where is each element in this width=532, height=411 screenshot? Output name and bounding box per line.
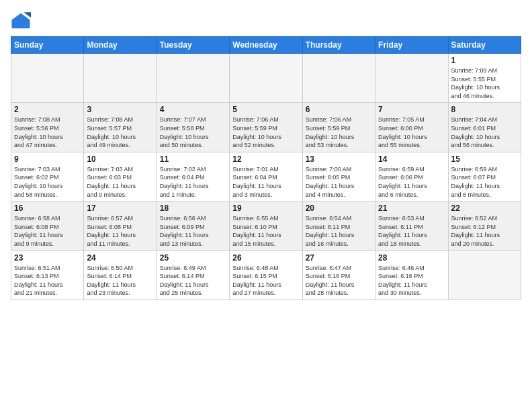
day-info: Sunrise: 7:06 AM Sunset: 5:59 PM Dayligh… bbox=[232, 116, 299, 149]
calendar-day-cell: 11Sunrise: 7:02 AM Sunset: 6:04 PM Dayli… bbox=[157, 152, 229, 201]
day-info: Sunrise: 6:53 AM Sunset: 6:11 PM Dayligh… bbox=[378, 214, 445, 248]
calendar-day-cell: 7Sunrise: 7:05 AM Sunset: 6:00 PM Daylig… bbox=[375, 103, 448, 152]
calendar-week-row: 16Sunrise: 6:58 AM Sunset: 6:08 PM Dayli… bbox=[11, 201, 521, 250]
day-number: 15 bbox=[451, 154, 518, 164]
day-info: Sunrise: 6:59 AM Sunset: 6:06 PM Dayligh… bbox=[378, 165, 445, 199]
calendar-day-cell: 16Sunrise: 6:58 AM Sunset: 6:08 PM Dayli… bbox=[11, 201, 84, 250]
weekday-header-monday: Monday bbox=[84, 37, 157, 54]
calendar-day-cell: 5Sunrise: 7:06 AM Sunset: 5:59 PM Daylig… bbox=[230, 103, 302, 152]
page: SundayMondayTuesdayWednesdayThursdayFrid… bbox=[0, 0, 532, 411]
calendar-day-cell bbox=[157, 54, 229, 103]
weekday-header-friday: Friday bbox=[375, 37, 448, 54]
day-info: Sunrise: 6:49 AM Sunset: 6:14 PM Dayligh… bbox=[160, 264, 226, 298]
day-number: 22 bbox=[451, 203, 518, 213]
calendar-week-row: 9Sunrise: 7:03 AM Sunset: 6:02 PM Daylig… bbox=[11, 152, 521, 201]
day-info: Sunrise: 6:57 AM Sunset: 6:08 PM Dayligh… bbox=[87, 214, 153, 248]
day-info: Sunrise: 6:54 AM Sunset: 6:11 PM Dayligh… bbox=[306, 214, 372, 248]
calendar-day-cell: 10Sunrise: 7:03 AM Sunset: 6:03 PM Dayli… bbox=[84, 152, 157, 201]
weekday-header-sunday: Sunday bbox=[11, 37, 84, 54]
day-info: Sunrise: 6:50 AM Sunset: 6:14 PM Dayligh… bbox=[87, 264, 153, 298]
logo bbox=[11, 11, 34, 31]
day-number: 7 bbox=[378, 105, 445, 114]
calendar-day-cell bbox=[11, 54, 84, 103]
day-number: 1 bbox=[451, 56, 518, 65]
calendar-day-cell bbox=[448, 250, 521, 300]
day-info: Sunrise: 7:00 AM Sunset: 6:05 PM Dayligh… bbox=[306, 165, 372, 199]
day-number: 19 bbox=[232, 203, 299, 213]
calendar-week-row: 23Sunrise: 6:51 AM Sunset: 6:13 PM Dayli… bbox=[11, 250, 521, 300]
day-number: 24 bbox=[87, 253, 153, 263]
day-number: 18 bbox=[160, 203, 226, 213]
calendar-day-cell: 19Sunrise: 6:55 AM Sunset: 6:10 PM Dayli… bbox=[230, 201, 302, 250]
day-number: 11 bbox=[160, 154, 226, 164]
svg-marker-0 bbox=[12, 13, 30, 29]
day-number: 27 bbox=[306, 253, 372, 263]
day-info: Sunrise: 6:48 AM Sunset: 6:15 PM Dayligh… bbox=[232, 264, 299, 298]
calendar-day-cell: 8Sunrise: 7:04 AM Sunset: 6:01 PM Daylig… bbox=[448, 103, 521, 152]
day-info: Sunrise: 7:08 AM Sunset: 5:57 PM Dayligh… bbox=[87, 116, 153, 149]
day-number: 21 bbox=[378, 203, 445, 213]
day-info: Sunrise: 6:51 AM Sunset: 6:13 PM Dayligh… bbox=[14, 264, 81, 298]
day-number: 10 bbox=[87, 154, 153, 164]
calendar-day-cell: 18Sunrise: 6:56 AM Sunset: 6:09 PM Dayli… bbox=[157, 201, 229, 250]
calendar-day-cell: 20Sunrise: 6:54 AM Sunset: 6:11 PM Dayli… bbox=[302, 201, 375, 250]
calendar-day-cell: 14Sunrise: 6:59 AM Sunset: 6:06 PM Dayli… bbox=[375, 152, 448, 201]
calendar-day-cell: 12Sunrise: 7:01 AM Sunset: 6:04 PM Dayli… bbox=[230, 152, 302, 201]
calendar-week-row: 1Sunrise: 7:09 AM Sunset: 5:55 PM Daylig… bbox=[11, 54, 521, 103]
day-info: Sunrise: 6:52 AM Sunset: 6:12 PM Dayligh… bbox=[451, 214, 518, 248]
day-number: 23 bbox=[14, 253, 81, 263]
calendar-day-cell: 27Sunrise: 6:47 AM Sunset: 6:16 PM Dayli… bbox=[302, 250, 375, 300]
logo-icon bbox=[11, 11, 31, 31]
day-number: 13 bbox=[306, 154, 372, 164]
calendar-day-cell: 4Sunrise: 7:07 AM Sunset: 5:58 PM Daylig… bbox=[157, 103, 229, 152]
day-info: Sunrise: 6:47 AM Sunset: 6:16 PM Dayligh… bbox=[306, 264, 372, 298]
calendar-day-cell bbox=[302, 54, 375, 103]
day-number: 12 bbox=[232, 154, 299, 164]
weekday-header-wednesday: Wednesday bbox=[230, 37, 302, 54]
day-number: 14 bbox=[378, 154, 445, 164]
day-number: 28 bbox=[378, 253, 445, 263]
calendar-day-cell: 25Sunrise: 6:49 AM Sunset: 6:14 PM Dayli… bbox=[157, 250, 229, 300]
calendar-day-cell: 9Sunrise: 7:03 AM Sunset: 6:02 PM Daylig… bbox=[11, 152, 84, 201]
calendar-day-cell: 3Sunrise: 7:08 AM Sunset: 5:57 PM Daylig… bbox=[84, 103, 157, 152]
day-info: Sunrise: 7:08 AM Sunset: 5:56 PM Dayligh… bbox=[14, 116, 81, 149]
day-number: 4 bbox=[160, 105, 226, 114]
day-number: 25 bbox=[160, 253, 226, 263]
calendar-day-cell bbox=[230, 54, 302, 103]
day-number: 20 bbox=[306, 203, 372, 213]
day-info: Sunrise: 7:01 AM Sunset: 6:04 PM Dayligh… bbox=[232, 165, 299, 199]
calendar-day-cell: 6Sunrise: 7:06 AM Sunset: 5:59 PM Daylig… bbox=[302, 103, 375, 152]
day-info: Sunrise: 6:56 AM Sunset: 6:09 PM Dayligh… bbox=[160, 214, 226, 248]
day-info: Sunrise: 7:03 AM Sunset: 6:03 PM Dayligh… bbox=[87, 165, 153, 199]
calendar-day-cell: 17Sunrise: 6:57 AM Sunset: 6:08 PM Dayli… bbox=[84, 201, 157, 250]
calendar-week-row: 2Sunrise: 7:08 AM Sunset: 5:56 PM Daylig… bbox=[11, 103, 521, 152]
day-info: Sunrise: 7:04 AM Sunset: 6:01 PM Dayligh… bbox=[451, 116, 518, 149]
day-number: 5 bbox=[232, 105, 299, 114]
day-info: Sunrise: 7:06 AM Sunset: 5:59 PM Dayligh… bbox=[306, 116, 372, 149]
calendar-day-cell: 22Sunrise: 6:52 AM Sunset: 6:12 PM Dayli… bbox=[448, 201, 521, 250]
calendar-day-cell bbox=[375, 54, 448, 103]
calendar-day-cell: 13Sunrise: 7:00 AM Sunset: 6:05 PM Dayli… bbox=[302, 152, 375, 201]
day-info: Sunrise: 6:55 AM Sunset: 6:10 PM Dayligh… bbox=[232, 214, 299, 248]
header bbox=[11, 11, 521, 31]
day-number: 26 bbox=[232, 253, 299, 263]
calendar-day-cell bbox=[84, 54, 157, 103]
calendar-day-cell: 2Sunrise: 7:08 AM Sunset: 5:56 PM Daylig… bbox=[11, 103, 84, 152]
calendar-day-cell: 1Sunrise: 7:09 AM Sunset: 5:55 PM Daylig… bbox=[448, 54, 521, 103]
calendar-day-cell: 26Sunrise: 6:48 AM Sunset: 6:15 PM Dayli… bbox=[230, 250, 302, 300]
day-number: 9 bbox=[14, 154, 81, 164]
day-number: 17 bbox=[87, 203, 153, 213]
weekday-header-tuesday: Tuesday bbox=[157, 37, 229, 54]
calendar-day-cell: 24Sunrise: 6:50 AM Sunset: 6:14 PM Dayli… bbox=[84, 250, 157, 300]
day-info: Sunrise: 7:09 AM Sunset: 5:55 PM Dayligh… bbox=[451, 66, 518, 100]
day-number: 8 bbox=[451, 105, 518, 114]
weekday-header-row: SundayMondayTuesdayWednesdayThursdayFrid… bbox=[11, 37, 521, 54]
calendar: SundayMondayTuesdayWednesdayThursdayFrid… bbox=[11, 36, 521, 300]
day-info: Sunrise: 6:59 AM Sunset: 6:07 PM Dayligh… bbox=[451, 165, 518, 199]
calendar-day-cell: 28Sunrise: 6:46 AM Sunset: 6:16 PM Dayli… bbox=[375, 250, 448, 300]
day-number: 16 bbox=[14, 203, 81, 213]
calendar-day-cell: 23Sunrise: 6:51 AM Sunset: 6:13 PM Dayli… bbox=[11, 250, 84, 300]
weekday-header-saturday: Saturday bbox=[448, 37, 521, 54]
day-number: 2 bbox=[14, 105, 81, 114]
day-number: 3 bbox=[87, 105, 153, 114]
